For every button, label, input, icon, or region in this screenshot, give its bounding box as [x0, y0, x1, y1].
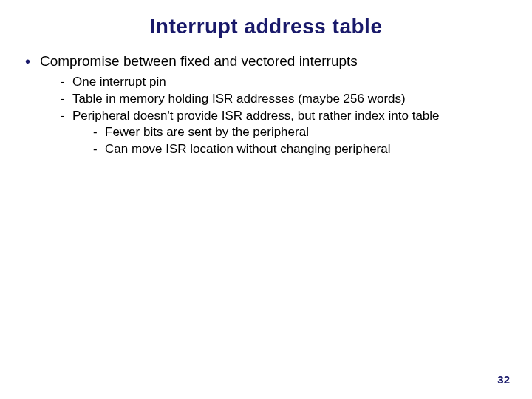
bullet-text: Peripheral doesn't provide ISR address, …: [72, 109, 440, 123]
bullet-text: Can move ISR location without changing p…: [105, 142, 391, 156]
list-item: Can move ISR location without changing p…: [93, 141, 510, 158]
bullet-text: Compromise between fixed and vectored in…: [40, 53, 358, 69]
bullet-list-level3: Fewer bits are sent by the peripheral Ca…: [72, 124, 510, 158]
list-item: Table in memory holding ISR addresses (m…: [61, 91, 510, 108]
bullet-text: Table in memory holding ISR addresses (m…: [72, 92, 406, 106]
list-item: Fewer bits are sent by the peripheral: [93, 124, 510, 141]
list-item: Peripheral doesn't provide ISR address, …: [61, 108, 510, 159]
bullet-list-level2: One interrupt pin Table in memory holdin…: [40, 74, 510, 159]
list-item: One interrupt pin: [61, 74, 510, 91]
bullet-text: Fewer bits are sent by the peripheral: [105, 125, 309, 139]
list-item: Compromise between fixed and vectored in…: [22, 52, 510, 158]
bullet-text: One interrupt pin: [72, 75, 166, 89]
page-number: 32: [497, 373, 510, 386]
bullet-list-level1: Compromise between fixed and vectored in…: [22, 52, 510, 158]
slide-title: Interrupt address table: [22, 15, 510, 38]
slide: Interrupt address table Compromise betwe…: [0, 0, 532, 399]
